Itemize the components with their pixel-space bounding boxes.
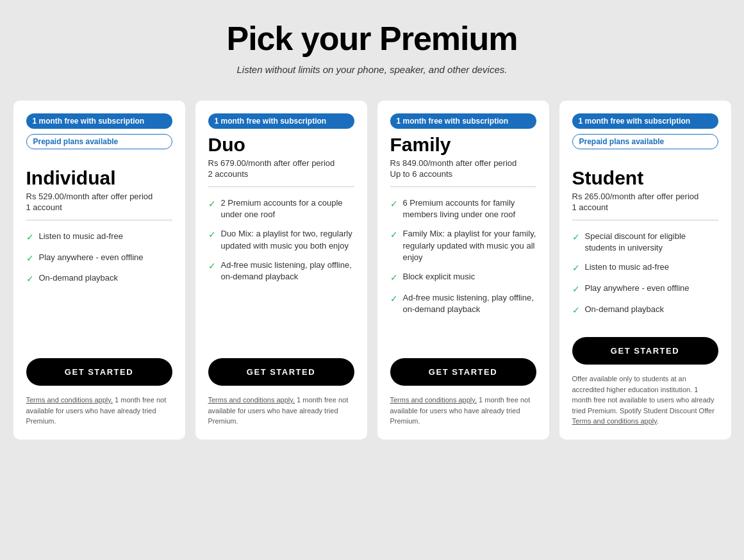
feature-text-student-3: On-demand playback <box>585 304 665 315</box>
get-started-button-student[interactable]: GET STARTED <box>572 337 718 365</box>
feature-item-student-1: ✓ Listen to music ad-free <box>572 261 718 275</box>
feature-text-individual-2: On-demand playback <box>39 272 119 284</box>
feature-text-family-1: Family Mix: a playlist for your family, … <box>403 228 536 263</box>
divider-individual <box>26 220 172 220</box>
plan-card-duo: 1 month free with subscriptionDuoRs 679.… <box>195 101 367 440</box>
feature-item-family-1: ✓ Family Mix: a playlist for your family… <box>390 228 536 263</box>
badge-prepaid-student: Prepaid plans available <box>572 134 718 149</box>
terms-link-student[interactable]: Terms and conditions apply <box>572 417 657 425</box>
divider-duo <box>208 186 354 187</box>
feature-text-individual-1: Play anywhere - even offline <box>39 252 144 263</box>
terms-text-duo: Terms and conditions apply. 1 month free… <box>208 395 354 427</box>
plan-price-individual: Rs 529.00/month after offer period <box>26 192 172 201</box>
plan-card-student: 1 month free with subscriptionPrepaid pl… <box>559 101 731 440</box>
page-title: Pick your Premium <box>226 19 517 58</box>
feature-item-duo-2: ✓ Ad-free music listening, play offline,… <box>208 259 354 283</box>
check-icon-duo-0: ✓ <box>208 198 216 211</box>
terms-text-individual: Terms and conditions apply. 1 month free… <box>26 395 172 427</box>
feature-text-student-0: Special discount for eligible students i… <box>585 231 718 254</box>
terms-link-family[interactable]: Terms and conditions apply. <box>390 396 477 404</box>
feature-item-family-0: ✓ 6 Premium accounts for family members … <box>390 197 536 220</box>
check-icon-individual-1: ✓ <box>26 252 34 265</box>
check-icon-student-0: ✓ <box>572 231 580 244</box>
page-subtitle: Listen without limits on your phone, spe… <box>226 64 517 75</box>
feature-text-duo-1: Duo Mix: a playlist for two, regularly u… <box>221 228 354 251</box>
feature-item-duo-0: ✓ 2 Premium accounts for a couple under … <box>208 197 354 220</box>
plan-price-family: Rs 849.00/month after offer period <box>390 158 536 168</box>
check-icon-duo-1: ✓ <box>208 229 216 242</box>
feature-item-family-3: ✓ Ad-free music listening, play offline,… <box>390 292 536 315</box>
plan-accounts-student: 1 account <box>572 202 718 212</box>
check-icon-individual-0: ✓ <box>26 231 34 244</box>
plan-name-duo: Duo <box>208 134 354 156</box>
feature-text-student-1: Listen to music ad-free <box>585 261 670 273</box>
plan-card-individual: 1 month free with subscriptionPrepaid pl… <box>13 101 185 440</box>
get-started-button-individual[interactable]: GET STARTED <box>26 358 172 386</box>
plan-accounts-individual: 1 account <box>26 202 172 212</box>
feature-item-student-3: ✓ On-demand playback <box>572 304 718 317</box>
check-icon-duo-2: ✓ <box>208 260 216 273</box>
badge-prepaid-individual: Prepaid plans available <box>26 134 172 149</box>
check-icon-individual-2: ✓ <box>26 273 34 286</box>
plan-name-student: Student <box>572 167 718 189</box>
plan-price-student: Rs 265.00/month after offer period <box>572 192 718 201</box>
features-list-individual: ✓ Listen to music ad-free ✓ Play anywher… <box>26 231 172 345</box>
feature-item-individual-1: ✓ Play anywhere - even offline <box>26 252 172 265</box>
get-started-button-family[interactable]: GET STARTED <box>390 358 536 386</box>
badge-free-family: 1 month free with subscription <box>390 113 536 129</box>
feature-text-duo-0: 2 Premium accounts for a couple under on… <box>221 197 354 220</box>
feature-text-family-3: Ad-free music listening, play offline, o… <box>403 292 536 315</box>
features-list-family: ✓ 6 Premium accounts for family members … <box>390 197 536 345</box>
divider-student <box>572 220 718 220</box>
check-icon-family-1: ✓ <box>390 229 398 242</box>
feature-text-duo-2: Ad-free music listening, play offline, o… <box>221 259 354 283</box>
badge-free-student: 1 month free with subscription <box>572 113 718 129</box>
feature-item-student-0: ✓ Special discount for eligible students… <box>572 231 718 254</box>
check-icon-student-1: ✓ <box>572 262 580 275</box>
feature-item-individual-0: ✓ Listen to music ad-free <box>26 231 172 244</box>
feature-item-family-2: ✓ Block explicit music <box>390 271 536 284</box>
feature-text-student-2: Play anywhere - even offline <box>585 283 690 294</box>
page-header: Pick your Premium Listen without limits … <box>226 19 517 75</box>
plan-price-duo: Rs 679.00/month after offer period <box>208 158 354 168</box>
feature-item-individual-2: ✓ On-demand playback <box>26 272 172 286</box>
feature-item-duo-1: ✓ Duo Mix: a playlist for two, regularly… <box>208 228 354 251</box>
terms-link-individual[interactable]: Terms and conditions apply. <box>26 396 113 404</box>
plan-card-family: 1 month free with subscriptionFamilyRs 8… <box>377 101 549 440</box>
check-icon-family-0: ✓ <box>390 198 398 211</box>
feature-text-family-2: Block explicit music <box>403 271 475 283</box>
plan-name-family: Family <box>390 134 536 156</box>
features-list-student: ✓ Special discount for eligible students… <box>572 231 718 324</box>
plans-container: 1 month free with subscriptionPrepaid pl… <box>13 101 731 440</box>
terms-text-family: Terms and conditions apply. 1 month free… <box>390 395 536 427</box>
plan-name-individual: Individual <box>26 167 172 189</box>
plan-accounts-duo: 2 accounts <box>208 169 354 179</box>
terms-text-student: Offer available only to students at an a… <box>572 374 718 427</box>
check-icon-family-3: ✓ <box>390 293 398 306</box>
badge-free-individual: 1 month free with subscription <box>26 113 172 129</box>
features-list-duo: ✓ 2 Premium accounts for a couple under … <box>208 197 354 345</box>
check-icon-family-2: ✓ <box>390 272 398 284</box>
plan-accounts-family: Up to 6 accounts <box>390 169 536 179</box>
get-started-button-duo[interactable]: GET STARTED <box>208 358 354 386</box>
check-icon-student-3: ✓ <box>572 304 580 317</box>
divider-family <box>390 186 536 187</box>
feature-item-student-2: ✓ Play anywhere - even offline <box>572 283 718 296</box>
check-icon-student-2: ✓ <box>572 283 580 296</box>
feature-text-family-0: 6 Premium accounts for family members li… <box>403 197 536 220</box>
terms-link-duo[interactable]: Terms and conditions apply. <box>208 396 295 404</box>
feature-text-individual-0: Listen to music ad-free <box>39 231 124 242</box>
badge-free-duo: 1 month free with subscription <box>208 113 354 129</box>
